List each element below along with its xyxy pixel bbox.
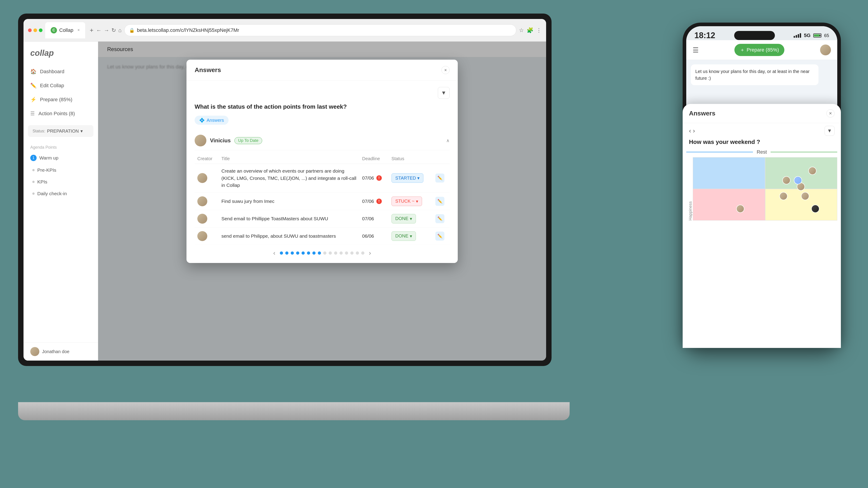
agenda-item-label: Warm up — [39, 155, 58, 161]
page-dot[interactable] — [318, 252, 321, 255]
prepare-icon: ⚡ — [30, 97, 36, 103]
sidebar-item-edit-collap[interactable]: ✏️ Edit Collap — [24, 78, 98, 93]
page-dot[interactable] — [291, 252, 294, 255]
mood-chart-container: Rest Happiness — [686, 149, 837, 344]
sidebar-user: Jonathan doe — [24, 342, 98, 361]
bookmark-btn[interactable]: ☆ — [519, 27, 524, 33]
status-value: PREPARATION — [47, 129, 79, 134]
edit-icon: ✏️ — [30, 83, 36, 89]
row-title: Find suwu jury from Imec — [219, 193, 360, 210]
phone-modal-close-btn[interactable]: × — [827, 109, 835, 118]
agenda-section-title: Agenda Points — [24, 141, 98, 152]
agenda-item-label: KPIs — [37, 179, 47, 185]
address-bar[interactable]: 🔒 beta.letscollap.com/c/lYNZksHNj55xpNej… — [124, 24, 516, 36]
quadrant-bottom-left — [693, 189, 765, 221]
sidebar-item-kpis[interactable]: KPIs — [24, 176, 98, 188]
phone-filter-btn[interactable]: ▼ — [825, 126, 835, 136]
phone-modal-overlay: Answers × ‹ › ▼ How was your weekend ? — [686, 26, 837, 344]
status-badge[interactable]: STARTED ▾ — [392, 173, 424, 183]
deadline-date: 06/06 — [362, 233, 374, 239]
chart-avatar-8 — [811, 205, 819, 213]
col-creator: Creator — [195, 154, 219, 164]
minimize-window-btn[interactable] — [33, 29, 37, 32]
sidebar-item-pre-kpis[interactable]: Pre-KPIs — [24, 164, 98, 176]
col-deadline: Deadline — [360, 154, 389, 164]
agenda-dot-icon — [32, 193, 35, 195]
dashboard-icon: 🏠 — [30, 69, 36, 74]
answers-tag: 💠 Answers — [195, 116, 228, 125]
collapse-btn[interactable]: ∧ — [446, 138, 450, 143]
phone-modal-question: How was your weekend ? — [686, 138, 837, 149]
agenda-number: 1 — [30, 155, 37, 161]
next-arrow-btn[interactable]: › — [693, 127, 695, 134]
chart-line-right — [771, 152, 837, 152]
status-label: DONE — [395, 233, 408, 238]
page-dot[interactable] — [323, 252, 327, 255]
sidebar-item-action-points[interactable]: ☰ Action Points (8) — [24, 107, 98, 121]
phone-screen: 18:12 5G 65 — [686, 26, 837, 344]
home-btn[interactable]: ⌂ — [118, 27, 122, 33]
page-dot[interactable] — [296, 252, 299, 255]
status-badge[interactable]: DONE ▾ — [392, 214, 416, 223]
page-dot[interactable] — [307, 252, 310, 255]
page-dot[interactable] — [302, 252, 305, 255]
page-dot[interactable] — [340, 252, 343, 255]
up-to-date-badge: Up To Date — [235, 137, 262, 144]
sidebar-item-dashboard[interactable]: 🏠 Dashboard — [24, 65, 98, 78]
next-page-btn[interactable]: › — [367, 250, 373, 257]
tab-close-btn[interactable]: × — [77, 28, 80, 33]
modal-header: Answers × — [186, 60, 458, 80]
page-dot[interactable] — [356, 252, 359, 255]
edit-btn[interactable]: ✏️ — [435, 232, 444, 240]
phone-modal-nav: ‹ › ▼ — [686, 123, 837, 138]
chart-avatar-5 — [801, 192, 809, 200]
sidebar-logo: collap — [24, 48, 98, 65]
maximize-window-btn[interactable] — [39, 29, 42, 32]
status-selector[interactable]: Status: PREPARATION ▾ — [28, 125, 93, 137]
new-tab-btn[interactable]: + — [90, 27, 93, 34]
close-window-btn[interactable] — [28, 29, 32, 32]
status-badge[interactable]: DONE ▾ — [392, 231, 416, 241]
page-dot[interactable] — [345, 252, 348, 255]
laptop-notch — [262, 13, 307, 16]
page-dot[interactable] — [312, 252, 315, 255]
page-dot[interactable] — [361, 252, 364, 255]
chart-header: Rest — [686, 149, 837, 155]
page-dot[interactable] — [280, 252, 283, 255]
edit-btn[interactable]: ✏️ — [435, 197, 444, 206]
phone-answers-modal: Answers × ‹ › ▼ How was your weekend ? — [686, 104, 837, 344]
sidebar-item-warm-up[interactable]: 1 Warm up — [24, 152, 98, 164]
status-badge[interactable]: STUCK ~ ▾ — [392, 197, 422, 206]
agenda-dot-icon — [32, 169, 35, 171]
prev-arrow-btn[interactable]: ‹ — [689, 127, 691, 134]
page-dot[interactable] — [285, 252, 288, 255]
tab-favicon: C — [51, 27, 57, 33]
menu-btn[interactable]: ⋮ — [536, 27, 541, 33]
page-dot[interactable] — [334, 252, 337, 255]
url-text: beta.letscollap.com/c/lYNZksHNj55xpNejK7… — [137, 27, 239, 33]
modal-close-btn[interactable]: × — [441, 66, 450, 74]
phone-outer: 18:12 5G 65 — [683, 23, 841, 348]
forward-btn[interactable]: → — [104, 27, 109, 33]
answers-tag-label: Answers — [207, 118, 224, 123]
edit-btn[interactable]: ✏️ — [435, 173, 444, 183]
agenda-item-label: Pre-KPIs — [37, 167, 56, 173]
reload-btn[interactable]: ↻ — [112, 27, 116, 33]
deadline-date: 07/06 — [362, 199, 374, 204]
col-title: Title — [219, 154, 360, 164]
back-btn[interactable]: ← — [96, 27, 101, 33]
row-title: Create an overview of which events our p… — [219, 164, 360, 193]
person-header: Vinicius Up To Date ∧ — [195, 131, 450, 150]
prev-page-btn[interactable]: ‹ — [271, 250, 278, 257]
chevron-down-icon: ▾ — [410, 216, 412, 221]
sidebar-item-prepare[interactable]: ⚡ Prepare (85%) — [24, 93, 98, 107]
filter-btn[interactable]: ▼ — [438, 87, 450, 99]
deadline-cell: 06/06 — [362, 233, 386, 239]
table-row: Create an overview of which events our p… — [195, 164, 450, 193]
page-dot[interactable] — [350, 252, 353, 255]
sidebar-item-daily-checkin[interactable]: Daily check-in — [24, 188, 98, 199]
extensions-btn[interactable]: 🧩 — [527, 27, 533, 33]
browser-tab[interactable]: C Collap × — [45, 22, 85, 38]
edit-btn[interactable]: ✏️ — [435, 214, 444, 223]
page-dot[interactable] — [329, 252, 332, 255]
